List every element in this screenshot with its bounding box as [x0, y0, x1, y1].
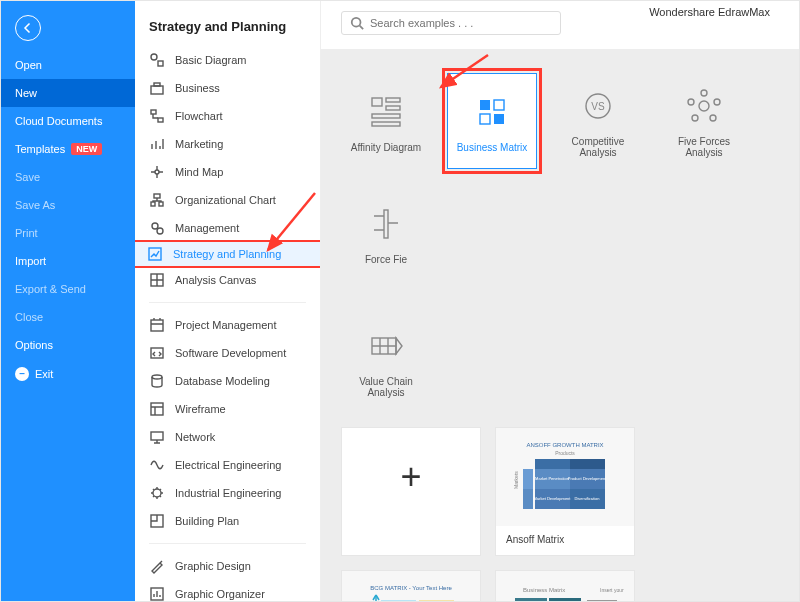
category-item-business[interactable]: Business: [135, 74, 320, 102]
code-icon: [149, 345, 165, 361]
category-item-label: Graphic Organizer: [175, 588, 265, 600]
svg-rect-7: [154, 194, 160, 198]
svg-point-35: [701, 90, 707, 96]
nav-item-print[interactable]: Print: [1, 219, 135, 247]
category-item-wireframe[interactable]: Wireframe: [135, 395, 320, 423]
category-item-flowchart[interactable]: Flowchart: [135, 102, 320, 130]
category-item-database-modeling[interactable]: Database Modeling: [135, 367, 320, 395]
category-item-graphic-organizer[interactable]: Graphic Organizer: [135, 580, 320, 601]
template-thumb: Business MatrixInsert your title hereStr…: [496, 571, 634, 601]
nav-item-save[interactable]: Save: [1, 163, 135, 191]
search-field[interactable]: [370, 17, 552, 29]
nav-item-options[interactable]: Options: [1, 331, 135, 359]
category-item-label: Mind Map: [175, 166, 223, 178]
flow-icon: [149, 108, 165, 124]
template-new-blank[interactable]: +: [341, 427, 481, 556]
svg-rect-14: [151, 320, 163, 331]
svg-rect-40: [384, 210, 388, 238]
category-item-basic-diagram[interactable]: Basic Diagram: [135, 46, 320, 74]
type-card-label: Competitive Analysis: [553, 136, 643, 158]
nav-item-open[interactable]: Open: [1, 51, 135, 79]
search-icon: [350, 16, 364, 30]
nav-item-label: Open: [15, 59, 42, 71]
wire-icon: [149, 401, 165, 417]
svg-point-10: [152, 223, 158, 229]
type-card-force-fie[interactable]: Force Fie: [341, 185, 431, 281]
svg-text:Insert your title here: Insert your title here: [600, 587, 625, 593]
gears-icon: [149, 220, 165, 236]
category-item-analysis-canvas[interactable]: Analysis Canvas: [135, 266, 320, 294]
category-item-network[interactable]: Network: [135, 423, 320, 451]
category-item-strategy-and-planning[interactable]: Strategy and Planning: [135, 240, 320, 268]
svg-text:Market Development: Market Development: [534, 496, 572, 501]
nav-item-exit[interactable]: –Exit: [1, 359, 135, 389]
nav-item-label: Import: [15, 255, 46, 267]
svg-point-39: [688, 99, 694, 105]
sine-icon: [149, 457, 165, 473]
nav-item-cloud-documents[interactable]: Cloud Documents: [1, 107, 135, 135]
nav-item-label: Options: [15, 339, 53, 351]
category-item-organizational-chart[interactable]: Organizational Chart: [135, 186, 320, 214]
nav-item-label: Save As: [15, 199, 55, 211]
main-area: Affinity DiagramBusiness MatrixVSCompeti…: [321, 1, 799, 601]
category-item-label: Marketing: [175, 138, 223, 150]
svg-rect-17: [151, 403, 163, 415]
category-item-software-development[interactable]: Software Development: [135, 339, 320, 367]
template-card-bcg-matrix[interactable]: BCG MATRIX - Your Text Here★?🐄🐕Bcg Matri…: [341, 570, 481, 601]
back-button[interactable]: [15, 15, 41, 41]
svg-point-16: [152, 375, 162, 379]
template-card-ansoff-matrix[interactable]: ANSOFF GROWTH MATRIXProductsMarket Penet…: [495, 427, 635, 556]
svg-rect-31: [494, 114, 504, 124]
category-item-label: Database Modeling: [175, 375, 270, 387]
nav-item-new[interactable]: New: [1, 79, 135, 107]
svg-rect-28: [480, 100, 490, 110]
type-card-affinity-diagram[interactable]: Affinity Diagram: [341, 73, 431, 169]
type-card-five-forces-analysis[interactable]: Five Forces Analysis: [659, 73, 749, 169]
category-item-graphic-design[interactable]: Graphic Design: [135, 552, 320, 580]
category-item-project-management[interactable]: Project Management: [135, 311, 320, 339]
nav-item-save-as[interactable]: Save As: [1, 191, 135, 219]
type-card-value-chain-analysis[interactable]: Value Chain Analysis: [341, 313, 431, 409]
category-item-mind-map[interactable]: Mind Map: [135, 158, 320, 186]
type-card-business-matrix[interactable]: Business Matrix: [447, 73, 537, 169]
nav-item-export-send[interactable]: Export & Send: [1, 275, 135, 303]
type-card-competitive-analysis[interactable]: VSCompetitive Analysis: [553, 73, 643, 169]
category-item-label: Network: [175, 431, 215, 443]
category-item-label: Flowchart: [175, 110, 223, 122]
category-item-electrical-engineering[interactable]: Electrical Engineering: [135, 451, 320, 479]
nav-item-label: Cloud Documents: [15, 115, 102, 127]
svg-rect-1: [158, 61, 163, 66]
svg-rect-45: [570, 459, 605, 469]
svg-rect-18: [151, 432, 163, 440]
svg-rect-23: [372, 98, 382, 106]
value-icon: [364, 324, 408, 368]
briefcase-icon: [149, 80, 165, 96]
vs-icon: VS: [576, 84, 620, 128]
category-item-label: Industrial Engineering: [175, 487, 281, 499]
category-item-industrial-engineering[interactable]: Industrial Engineering: [135, 479, 320, 507]
nav-item-templates[interactable]: TemplatesNEW: [1, 135, 135, 163]
svg-rect-59: [419, 600, 454, 601]
category-separator: [149, 543, 306, 544]
type-card-label: Value Chain Analysis: [341, 376, 431, 398]
svg-rect-30: [480, 114, 490, 124]
svg-text:BCG MATRIX - Your Text Here: BCG MATRIX - Your Text Here: [370, 585, 452, 591]
template-card-business-matrix-4[interactable]: Business MatrixInsert your title hereStr…: [495, 570, 635, 601]
svg-rect-9: [159, 202, 163, 206]
search-input[interactable]: [341, 11, 561, 35]
category-item-marketing[interactable]: Marketing: [135, 130, 320, 158]
svg-rect-25: [386, 106, 400, 110]
chart-icon: [149, 586, 165, 601]
category-item-label: Graphic Design: [175, 560, 251, 572]
category-item-building-plan[interactable]: Building Plan: [135, 507, 320, 535]
template-thumb: BCG MATRIX - Your Text Here★?🐄🐕: [342, 571, 480, 601]
nav-item-import[interactable]: Import: [1, 247, 135, 275]
gear-icon: [149, 485, 165, 501]
svg-rect-8: [151, 202, 155, 206]
svg-rect-76: [587, 600, 617, 601]
db-icon: [149, 373, 165, 389]
category-item-management[interactable]: Management: [135, 214, 320, 242]
category-item-label: Organizational Chart: [175, 194, 276, 206]
svg-point-37: [710, 115, 716, 121]
nav-item-close[interactable]: Close: [1, 303, 135, 331]
